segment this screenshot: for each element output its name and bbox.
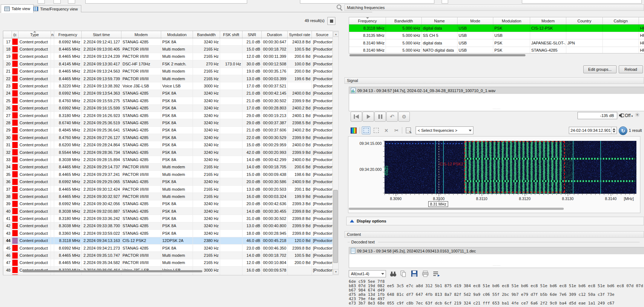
table-row[interactable]: 42Content product8.3038 MHz2.2024 09:33:… [3,222,334,230]
delete-selection-button[interactable]: ✕ [382,126,391,134]
resize-grip[interactable]: ······ [493,107,501,111]
column-header[interactable]: Modulation [161,31,193,38]
table-row[interactable]: 45Content product8.6992 MHz2.2024 09:34:… [3,245,334,252]
column-header[interactable]: Bandwidth [193,31,220,38]
find-binoculars-button[interactable] [390,271,397,277]
column-header[interactable]: Modem [121,31,161,38]
table-row[interactable]: 30Content product8.4760 MHz2.2024 09:27:… [3,134,334,141]
save-button[interactable] [411,271,417,277]
frequency-select-combo[interactable]: < Select frequencies > [416,126,473,134]
spin-down-icon[interactable] [613,131,615,133]
column-header[interactable]: FSK shift [220,31,242,38]
cut-signal-button[interactable]: ✂ [392,126,401,134]
table-row[interactable]: 32Content product8.5544 MHz2.2024 09:28:… [3,149,334,156]
table-row[interactable]: 35Content product8.4465 MHz2.2024 09:29:… [3,171,334,178]
table-row[interactable]: 25Content product8.4760 MHz2.2024 09:15:… [3,97,334,104]
copy-button[interactable] [400,271,406,277]
reload-button[interactable]: Reload [619,65,643,73]
refresh-button[interactable]: ↻ [619,126,627,135]
column-header[interactable]: Frequency [349,17,386,24]
threshold-input[interactable]: -135 dB [578,112,617,119]
column-header[interactable]: Country [566,17,603,24]
audio-state-toggle[interactable]: Off ▾ [625,113,633,118]
column-header[interactable] [639,17,644,24]
skip-start-button[interactable] [351,112,362,122]
column-header[interactable]: (c [12,31,18,38]
results-hscrollbar[interactable] [22,270,202,272]
resize-grip[interactable]: ······ [493,264,501,267]
column-header[interactable]: Frequency [54,31,82,38]
matching-table-header[interactable]: FrequencyBandwidthNameModeModulationMode… [349,17,644,25]
datetime-spinner[interactable]: 24-02-14 09:34:12.901 [569,127,617,134]
selection-rect-button[interactable] [372,126,381,134]
results-vscroll-thumb[interactable] [333,190,338,263]
column-header[interactable]: Bandwidth [386,17,422,24]
table-row[interactable]: 39Content product8.6992 MHz2.2024 09:30:… [3,200,334,208]
column-header[interactable]: Symbol rate [288,31,312,38]
table-row[interactable]: 44Content product8.3118 MHz2.2024 09:34:… [3,237,334,245]
column-header[interactable]: SNR [242,31,262,38]
results-table-header[interactable]: (cTypenFrequencyStart timeModemModulatio… [3,31,334,38]
pause-button[interactable] [374,112,386,122]
column-header[interactable]: Duration [262,31,288,38]
table-row[interactable]: 37Content product8.4465 MHz2.2024 09:30:… [3,186,334,193]
speaker-icon[interactable] [619,113,624,118]
table-row[interactable]: 43Content product8.3360 MHz2.2024 09:33:… [3,230,334,237]
tab-table-view[interactable]: Table view [1,4,34,13]
table-row[interactable]: 31Content product8.6200 MHz2.2024 09:28:… [3,141,334,148]
signal-selection-rect[interactable] [464,141,565,193]
table-row[interactable]: 23Content product8.3220 MHz2.2024 09:13:… [3,82,334,90]
tab-time-frequency-view[interactable]: Time/Frequency view [29,5,81,12]
table-row[interactable]: 40Content product8.3038 MHz2.2024 09:32:… [3,208,334,215]
display-options-header[interactable]: Display options [346,217,644,225]
select-signal-button[interactable] [362,126,370,134]
replay-button[interactable]: ↶ [386,112,398,122]
column-header[interactable]: Source [312,31,333,38]
table-row[interactable]: 47Content product8.4465 MHz2.2024 09:35:… [3,259,334,267]
matching-hscrollbar[interactable] [349,54,525,56]
column-header[interactable]: Mode [458,17,493,24]
play-button[interactable] [362,112,374,122]
table-row[interactable]: 34Content product8.4465 MHz2.2024 09:29:… [3,164,334,171]
column-header[interactable]: Type [18,31,51,38]
signal-file-list[interactable]: 09:34:13 - 09:34:57 [44.7s], 2024-02-14_… [349,87,644,111]
decoded-file-list[interactable]: 09:34:13 - 09:34:58 [45.2s], 20240214.09… [349,247,644,268]
decoded-hex-output[interactable]: 6de c59 5ee 7f8b83 07d 19d 082 ee5 3c5 e… [349,280,644,307]
print-button[interactable] [422,271,429,277]
channel-select-combo[interactable]: All(out1-4) [349,270,386,277]
waterfall-view-button[interactable] [349,126,358,134]
brightness-icon[interactable]: ☀ [635,111,640,119]
column-header[interactable]: Name [422,17,458,24]
column-header[interactable]: n [51,31,54,38]
table-row[interactable]: 41Content product8.3180 MHz2.2024 09:33:… [3,215,334,222]
table-row[interactable]: 29Content product8.4845 MHz2.2024 09:25:… [3,127,334,134]
scroll-down-icon[interactable]: ▼ [333,269,339,274]
table-row[interactable]: 18Content product8.4465 MHz2.2024 09:13:… [3,46,334,53]
scroll-up-icon[interactable]: ▲ [333,31,339,37]
column-header[interactable]: Start time [82,31,121,38]
column-header[interactable]: Modem [530,17,566,24]
table-row[interactable]: 46Content product8.4465 MHz2.2024 09:35:… [3,252,334,259]
table-row[interactable]: 27Content product8.3180 MHz2.2024 09:16:… [3,112,334,119]
table-row[interactable]: 22Content product8.4465 MHz2.2024 09:13:… [3,75,334,82]
table-row[interactable]: 24Content product8.6992 MHz2.2024 09:13:… [3,90,334,97]
spinner-buttons[interactable] [611,127,617,134]
column-header[interactable]: Modulation [493,17,530,24]
decoded-file-item[interactable]: 09:34:13 - 09:34:58 [45.2s], 20240214.09… [349,247,644,254]
table-row[interactable]: 49Content product8.4760 MHz2.2024 09:37:… [3,274,334,276]
column-header[interactable] [3,31,12,38]
spin-up-icon[interactable] [613,128,615,130]
table-row[interactable]: 20Content product8.4145 MHz2.2024 09:13:… [3,60,334,68]
column-config-button[interactable] [327,17,335,25]
column-header[interactable]: Callsign [603,17,639,24]
pin-search-icon[interactable] [336,4,343,12]
table-row[interactable]: 38Content product8.4465 MHz2.2024 09:30:… [3,193,334,200]
table-row[interactable]: 26Content product8.6992 MHz2.2024 09:16:… [3,105,334,112]
table-row[interactable]: 36Content product8.6992 MHz2.2024 09:29:… [3,178,334,185]
signal-file-item[interactable]: 09:34:13 - 09:34:57 [44.7s], 2024-02-14_… [349,87,644,94]
results-vscrollbar[interactable]: ▲ ▼ [332,31,339,275]
spectro-hscrollbar[interactable] [349,208,564,210]
table-row[interactable]: 17Content product8.6992 MHz2.2024 09:12:… [3,38,334,46]
table-row[interactable]: 33Content product8.3038 MHz2.2024 09:28:… [3,156,334,163]
table-row[interactable]: 19Content product8.4465 MHz2.2024 09:13:… [3,53,334,60]
